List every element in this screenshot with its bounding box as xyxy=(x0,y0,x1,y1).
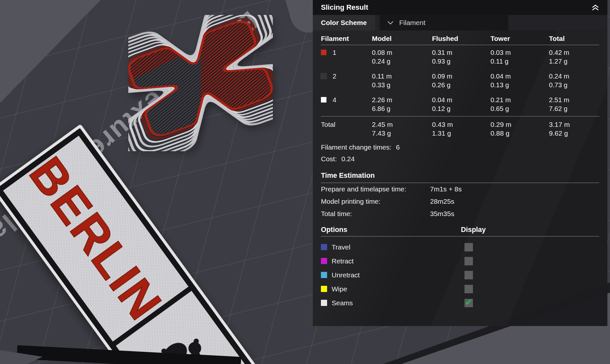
seams-label: Seams xyxy=(332,299,353,307)
filament-2-swatch xyxy=(321,73,326,79)
panel-body: Filament Model Flushed Tower Total 1 0.0… xyxy=(313,30,607,326)
retract-color-swatch xyxy=(321,258,327,264)
retract-checkbox[interactable]: ✔ xyxy=(464,257,473,265)
check-icon: ✔ xyxy=(465,298,472,307)
time-row-prepare: Prepare and timelapse time: 7m1s + 8s xyxy=(321,183,599,195)
col-filament: Filament xyxy=(321,35,372,42)
filament-row-1: 1 0.08 m0.24 g 0.31 m0.93 g 0.03 m0.11 g… xyxy=(321,45,599,69)
panel-title: Slicing Result xyxy=(321,3,368,12)
seams-color-swatch xyxy=(321,300,327,306)
total-time-value: 35m35s xyxy=(430,208,599,220)
filament-4-swatch xyxy=(321,97,326,103)
travel-color-swatch xyxy=(321,244,327,250)
filament-row-4: 4 2.26 m6.86 g 0.04 m0.12 g 0.21 m0.65 g… xyxy=(321,92,599,116)
app-window: Bambu Textured PEI Plate xyxy=(0,0,610,364)
filament-2-id: 2 xyxy=(333,72,336,80)
filament-change-times: Filament change times: 6 xyxy=(321,141,599,153)
time-row-model: Model printing time: 28m25s xyxy=(321,195,599,208)
sliced-model-x-part[interactable] xyxy=(128,15,273,151)
filament-change-value: 6 xyxy=(396,141,400,153)
options-title: Options xyxy=(321,226,461,234)
unretract-color-swatch xyxy=(321,272,327,278)
unretract-checkbox[interactable]: ✔ xyxy=(464,271,473,279)
chevron-down-icon xyxy=(387,20,394,25)
option-row-travel[interactable]: Travel ✔ xyxy=(321,240,599,254)
color-scheme-row: Color Scheme Filament xyxy=(313,15,607,30)
options-header: Options Display xyxy=(321,226,599,237)
wipe-label: Wipe xyxy=(332,285,347,293)
filament-total-row: Total 2.45 m7.43 g 0.43 m1.31 g 0.29 m0.… xyxy=(321,116,599,141)
filament-table-header: Filament Model Flushed Tower Total xyxy=(321,30,599,45)
option-row-seams[interactable]: Seams ✔ xyxy=(321,296,599,310)
seams-checkbox[interactable]: ✔ xyxy=(464,299,473,307)
options-list: Travel ✔ Retract ✔ xyxy=(321,240,599,310)
col-tower: Tower xyxy=(490,35,549,42)
cost: Cost: 0.24 xyxy=(321,153,599,165)
slicing-result-panel: Slicing Result Color Scheme Filament Fil… xyxy=(313,0,607,326)
wipe-color-swatch xyxy=(321,286,327,292)
option-row-unretract[interactable]: Unretract ✔ xyxy=(321,268,599,282)
color-scheme-value: Filament xyxy=(399,19,426,27)
color-scheme-dropdown[interactable]: Filament xyxy=(380,15,508,30)
option-row-wipe[interactable]: Wipe ✔ xyxy=(321,282,599,296)
collapse-panel-button[interactable] xyxy=(590,3,601,12)
color-scheme-label: Color Scheme xyxy=(313,15,375,30)
wipe-checkbox[interactable]: ✔ xyxy=(464,285,473,293)
cost-value: 0.24 xyxy=(341,153,355,165)
chevron-double-up-icon xyxy=(591,4,600,11)
time-estimation-title: Time Estimation xyxy=(321,172,599,183)
travel-checkbox[interactable]: ✔ xyxy=(464,243,473,251)
unretract-label: Unretract xyxy=(332,271,360,279)
travel-label: Travel xyxy=(332,243,350,251)
filament-4-id: 4 xyxy=(333,95,336,104)
filament-1-id: 1 xyxy=(333,48,336,57)
retract-label: Retract xyxy=(332,257,354,265)
panel-titlebar: Slicing Result xyxy=(313,0,607,15)
x-part-group xyxy=(128,15,273,151)
filament-1-swatch xyxy=(321,50,326,55)
time-row-total: Total time: 35m35s xyxy=(321,208,599,220)
col-flushed: Flushed xyxy=(432,35,490,42)
option-row-retract[interactable]: Retract ✔ xyxy=(321,254,599,268)
col-total: Total xyxy=(549,35,599,42)
total-label: Total xyxy=(321,120,372,129)
display-title: Display xyxy=(461,226,599,234)
col-model: Model xyxy=(372,35,432,42)
model-time-value: 28m25s xyxy=(430,195,599,208)
filament-row-2: 2 0.11 m0.33 g 0.09 m0.26 g 0.04 m0.13 g… xyxy=(321,69,599,92)
prepare-time-value: 7m1s + 8s xyxy=(430,183,599,195)
